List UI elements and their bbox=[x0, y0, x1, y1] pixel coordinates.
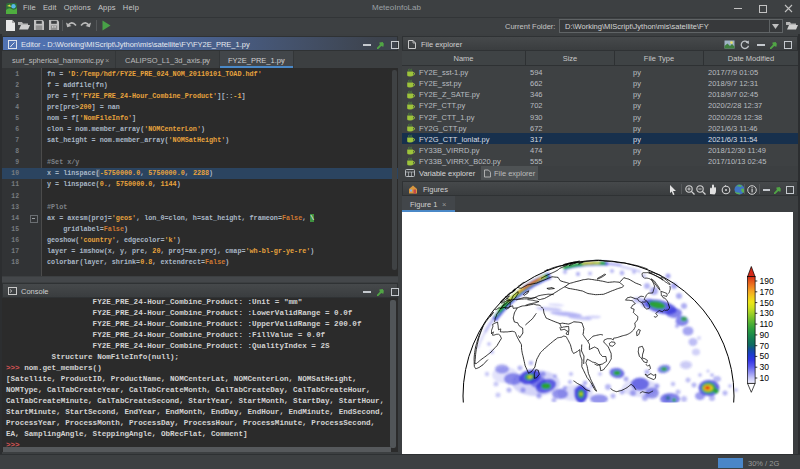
svg-text:10: 10 bbox=[760, 373, 770, 383]
svg-text:110: 110 bbox=[760, 319, 774, 329]
svg-text:190: 190 bbox=[760, 276, 774, 286]
svg-text:150: 150 bbox=[760, 298, 774, 308]
svg-text:30: 30 bbox=[760, 362, 770, 372]
svg-text:170: 170 bbox=[760, 287, 774, 297]
svg-text:130: 130 bbox=[760, 308, 774, 318]
svg-text:50: 50 bbox=[760, 351, 770, 361]
svg-text:90: 90 bbox=[760, 330, 770, 340]
svg-text:70: 70 bbox=[760, 341, 770, 351]
